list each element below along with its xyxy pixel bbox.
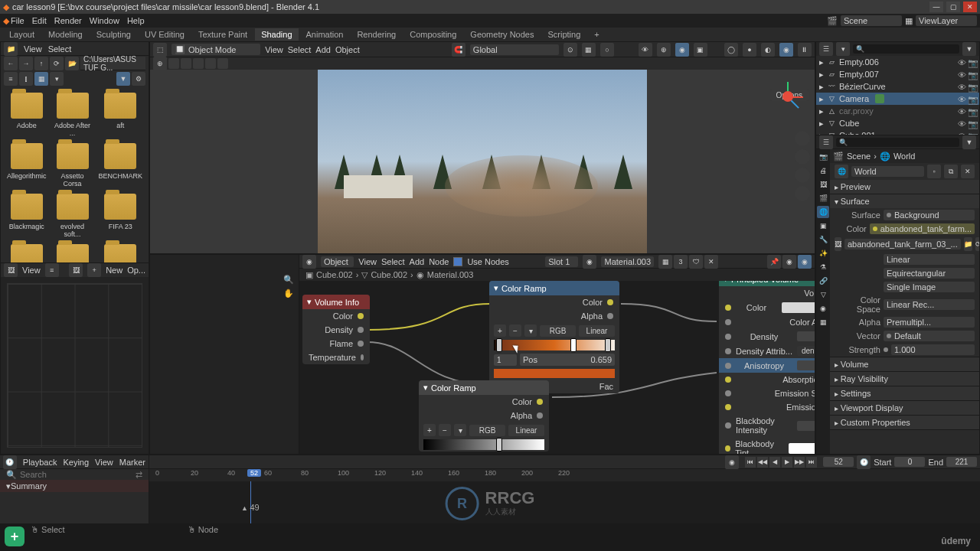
ramp-stop[interactable] — [496, 338, 502, 352]
pv-emission-strength[interactable]: Emission Strength — [719, 386, 815, 400]
node-output-color[interactable]: Color — [419, 395, 549, 409]
nav-fwd-icon[interactable]: → — [19, 57, 33, 70]
ramp-stop[interactable] — [496, 438, 502, 452]
node-title[interactable]: ▾Volume Info — [302, 295, 370, 309]
tab-viewlayer-icon[interactable]: 🖼 — [817, 178, 829, 191]
outliner2-filter-icon[interactable]: ▼ — [962, 135, 976, 149]
source-select[interactable]: Single Image — [884, 282, 975, 292]
node-output[interactable]: Flame — [302, 337, 370, 350]
section-rayvis[interactable]: ▸ Ray Visibility — [830, 372, 979, 386]
tab-scene-icon[interactable]: 🎬 — [817, 192, 829, 204]
ramp-mode[interactable]: RGB — [540, 325, 576, 337]
overlays-icon[interactable]: ◉ — [675, 43, 689, 57]
shader-type[interactable]: Object — [321, 256, 354, 267]
fb-view[interactable]: View — [24, 44, 42, 54]
tab-object-icon[interactable]: ▣ — [817, 220, 829, 232]
pv-absorption[interactable]: Absorption Co... — [719, 373, 815, 386]
folder-item[interactable] — [53, 244, 93, 262]
img-list-icon[interactable]: ≡ — [45, 263, 59, 277]
marker[interactable]: ▲ 49 — [241, 503, 260, 512]
node-principled-volume[interactable]: ▾Principled Volume Volume Color Color At… — [719, 281, 815, 454]
menu-help[interactable]: Help — [127, 16, 145, 25]
alpha-select[interactable]: Premultipl... — [884, 317, 975, 328]
outliner2-search[interactable]: 🔍 — [836, 138, 959, 147]
ramp-color-preview[interactable] — [494, 369, 615, 378]
vp-object[interactable]: Object — [335, 45, 360, 54]
tab-layout[interactable]: Layout — [3, 28, 41, 41]
settings-icon[interactable]: ⚙ — [132, 72, 145, 86]
ne-select[interactable]: Select — [381, 257, 405, 266]
pv-anisotropy[interactable]: Anisotropy0.000 — [719, 358, 815, 373]
world-new-icon[interactable]: ▫ — [927, 165, 941, 178]
tab-world-icon[interactable]: 🌐 — [817, 206, 829, 218]
viewport-3d[interactable]: ⬚ 🔲 Object Mode View Select Add Object 🧲… — [149, 41, 815, 254]
tex-name[interactable]: abandoned_tank_farm_03_... — [844, 239, 961, 249]
add-button[interactable]: + — [5, 527, 24, 546]
world-name[interactable]: World — [851, 166, 924, 177]
tab-rendering[interactable]: Rendering — [351, 28, 402, 41]
menu-window[interactable]: Window — [90, 16, 119, 25]
mode-selector[interactable]: 🔲 Object Mode — [172, 44, 260, 55]
preview-range-icon[interactable]: 🕐 — [857, 455, 871, 469]
zoom-icon[interactable] — [795, 131, 810, 146]
tab-material-icon[interactable]: ◉ — [817, 302, 829, 315]
tab-modifier-icon[interactable]: 🔧 — [817, 233, 829, 246]
jump-end-icon[interactable]: ⏭ — [806, 457, 817, 468]
node-output-alpha[interactable]: Alpha — [489, 309, 619, 323]
node-color-ramp[interactable]: ▾Color Ramp Color Alpha + − ▾ RGB Linear — [419, 380, 549, 452]
tl-marker[interactable]: Marker — [119, 458, 145, 467]
playhead[interactable]: 52 — [247, 469, 261, 477]
outliner-item[interactable]: ▸▱Empty.006👁📷 — [816, 56, 979, 68]
keyframe-next-icon[interactable]: ▶▶ — [794, 457, 805, 468]
orient-selector[interactable]: Global — [470, 44, 559, 55]
img-icon[interactable]: 🖼 — [835, 237, 841, 251]
timeline-type-icon[interactable]: 🕐 — [3, 455, 17, 469]
pv-blackbody-intensity[interactable]: Blackbody Intensity0.000 — [719, 414, 815, 437]
viewlayer-selector[interactable]: ViewLayer — [916, 15, 977, 26]
tl-search[interactable]: Search — [20, 470, 47, 479]
timeline-ruler[interactable]: 0 20 40 60 80 100 120 140 160 180 200 22… — [149, 469, 980, 481]
node-output[interactable]: Temperature — [302, 350, 370, 364]
tl-playback[interactable]: Playback — [23, 458, 57, 467]
tab-shading[interactable]: Shading — [255, 28, 298, 41]
editor-type-icon[interactable]: ⬚ — [153, 43, 167, 57]
tl-summary[interactable]: Summary — [11, 481, 47, 491]
section-surface[interactable]: ▾ Surface — [830, 194, 979, 208]
colorspace-select[interactable]: Linear Rec... — [884, 299, 975, 310]
nav-up-icon[interactable]: ↑ — [34, 57, 48, 70]
material-icon[interactable]: ◉ — [583, 255, 596, 269]
folder-item[interactable]: Assetto Corsa — [53, 143, 93, 187]
fb-select[interactable]: Select — [48, 44, 72, 54]
node-title[interactable]: ▾Color Ramp — [489, 281, 619, 295]
folder-item[interactable]: Blackmagic — [7, 194, 47, 238]
menu-render[interactable]: Render — [54, 16, 82, 25]
vp-select[interactable]: Select — [288, 45, 312, 54]
ramp-mode[interactable]: RGB — [469, 425, 505, 436]
outliner-item[interactable]: ▸▽Cube.001👁📷 — [816, 129, 979, 135]
scene-selector[interactable]: Scene — [841, 15, 902, 26]
tex-open-icon[interactable]: 📁 — [964, 237, 972, 251]
ramp-menu-icon[interactable]: ▾ — [524, 324, 537, 337]
folder-item[interactable]: evolved soft... — [53, 194, 93, 238]
folder-item[interactable]: Allegorithmic — [7, 143, 47, 187]
section-settings[interactable]: ▸ Settings — [830, 386, 979, 400]
tab-add[interactable]: + — [588, 28, 605, 41]
use-nodes-checkbox[interactable] — [453, 257, 462, 266]
node-title[interactable]: ▾Principled Volume — [719, 281, 815, 286]
tex-reload-icon[interactable]: ⟳ — [975, 237, 979, 251]
folder-item[interactable]: BENCHMARK — [98, 143, 142, 187]
pv-color-attr[interactable]: Color Attribute — [719, 315, 815, 329]
outliner-mode-icon[interactable]: ▾ — [836, 42, 850, 56]
ne-overlay-icon[interactable]: ◉ — [782, 255, 796, 269]
keyframe-prev-icon[interactable]: ◀◀ — [757, 457, 768, 468]
outliner-item[interactable]: ▸〰BézierCurve👁📷 — [816, 80, 979, 93]
ne-node[interactable]: Node — [429, 257, 449, 266]
node-output-color[interactable]: Color — [489, 295, 619, 309]
pv-color[interactable]: Color — [719, 300, 815, 315]
tool-annotate-icon[interactable]: ✋ — [283, 289, 294, 298]
vp-add[interactable]: Add — [315, 45, 331, 54]
mat-users-icon[interactable]: 3 — [674, 255, 688, 269]
tl-filter-icon[interactable]: ⇄ — [136, 470, 142, 480]
outliner-item[interactable]: ▸△car.proxy👁📷 — [816, 105, 979, 117]
material-name[interactable]: Material.003 — [601, 256, 654, 267]
